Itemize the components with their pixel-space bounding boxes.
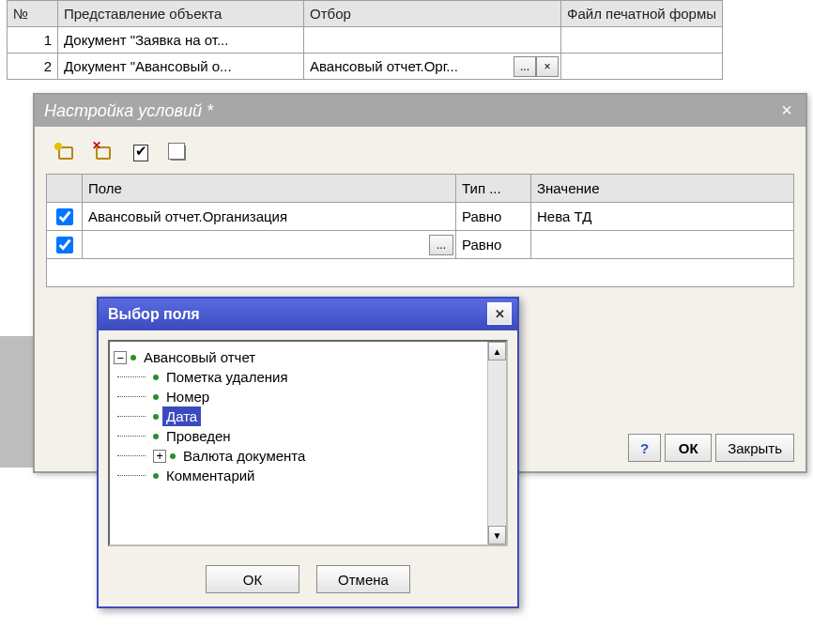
ok-button[interactable]: ОК bbox=[665, 434, 712, 462]
tree-connector bbox=[117, 436, 146, 437]
bullet-icon bbox=[153, 473, 159, 479]
table-row[interactable]: 2 Документ "Авансовый о... Авансовый отч… bbox=[8, 54, 723, 80]
cell-field-editing[interactable]: ... bbox=[83, 231, 456, 259]
cell-type[interactable]: Равно bbox=[456, 203, 531, 231]
cell-value[interactable] bbox=[531, 231, 794, 259]
dialog-titlebar[interactable]: Настройка условий * × bbox=[35, 95, 805, 127]
toggle-check-button[interactable] bbox=[127, 140, 155, 166]
tree-connector bbox=[117, 396, 146, 397]
row-checkbox[interactable] bbox=[56, 237, 73, 253]
dialog-buttons: ? ОК Закрыть bbox=[628, 434, 794, 462]
field-browse-button[interactable]: ... bbox=[429, 235, 453, 255]
cell-file bbox=[561, 54, 723, 80]
tree-connector bbox=[117, 416, 146, 417]
node-label: Авансовый отчет bbox=[140, 347, 259, 367]
dialog-title: Настройка условий * bbox=[44, 101, 213, 121]
delete-row-button[interactable] bbox=[89, 140, 117, 166]
bullet-icon bbox=[170, 453, 176, 459]
tree-container: − Авансовый отчет Пометка удаленияНомерД… bbox=[108, 340, 508, 546]
ok-button[interactable]: ОК bbox=[206, 565, 299, 593]
bullet-icon bbox=[153, 375, 159, 380]
cell-value[interactable]: Нева ТД bbox=[531, 203, 794, 231]
node-label: Номер bbox=[162, 387, 213, 406]
cell-field[interactable]: Авансовый отчет.Организация bbox=[83, 203, 456, 231]
col-num[interactable]: № bbox=[8, 1, 58, 27]
condition-row[interactable]: Авансовый отчет.Организация Равно Нева Т… bbox=[47, 203, 794, 231]
check-icon bbox=[133, 145, 148, 161]
bullet-icon bbox=[153, 394, 159, 400]
tree-connector bbox=[117, 455, 146, 456]
collapse-icon[interactable]: − bbox=[114, 351, 127, 364]
close-icon[interactable]: × bbox=[775, 99, 798, 121]
col-repr[interactable]: Представление объекта bbox=[58, 1, 304, 27]
filter-browse-button[interactable]: ... bbox=[514, 56, 536, 77]
add-icon bbox=[58, 146, 73, 160]
field-tree[interactable]: − Авансовый отчет Пометка удаленияНомерД… bbox=[110, 342, 506, 491]
tree-node[interactable]: Номер bbox=[114, 387, 502, 406]
tree-node[interactable]: Комментарий bbox=[114, 466, 502, 485]
add-row-button[interactable] bbox=[52, 140, 80, 166]
col-value[interactable]: Значение bbox=[531, 175, 794, 203]
top-grid: № Представление объекта Отбор Файл печат… bbox=[7, 0, 723, 80]
col-field[interactable]: Поле bbox=[83, 175, 456, 203]
copy-icon bbox=[171, 146, 186, 161]
bullet-icon bbox=[153, 434, 159, 439]
tree-node[interactable]: Пометка удаления bbox=[114, 367, 502, 387]
cell-repr: Документ "Авансовый о... bbox=[58, 54, 304, 80]
node-label: Комментарий bbox=[162, 466, 258, 485]
col-file[interactable]: Файл печатной формы bbox=[561, 1, 723, 27]
tree-node-root[interactable]: − Авансовый отчет bbox=[114, 347, 502, 367]
row-checkbox[interactable] bbox=[56, 208, 73, 225]
help-button[interactable]: ? bbox=[628, 434, 661, 462]
bullet-icon bbox=[153, 414, 159, 420]
copy-button[interactable] bbox=[164, 140, 192, 166]
tree-connector bbox=[117, 475, 146, 476]
cell-repr: Документ "Заявка на от... bbox=[58, 27, 304, 54]
cell-filter[interactable]: Авансовый отчет.Орг... ... × bbox=[304, 54, 561, 80]
toolbar bbox=[35, 127, 805, 174]
scroll-up-icon[interactable]: ▲ bbox=[488, 342, 506, 360]
grid-blank bbox=[47, 259, 794, 287]
cell-num: 2 bbox=[8, 54, 58, 80]
node-label: Пометка удаления bbox=[162, 367, 292, 387]
field-picker-dialog: Выбор поля ✕ − Авансовый отчет Пометка у… bbox=[97, 297, 519, 608]
cell-filter bbox=[304, 27, 561, 54]
table-row[interactable]: 1 Документ "Заявка на от... bbox=[8, 27, 723, 54]
scrollbar[interactable]: ▲ ▼ bbox=[487, 342, 506, 544]
cell-num: 1 bbox=[8, 27, 58, 54]
expand-icon[interactable]: + bbox=[153, 450, 166, 463]
bullet-icon bbox=[130, 355, 136, 360]
tree-node[interactable]: Проведен bbox=[114, 426, 502, 446]
cell-file bbox=[561, 27, 723, 54]
node-label: Валюта документа bbox=[179, 446, 309, 466]
col-filter[interactable]: Отбор bbox=[304, 1, 561, 27]
cell-type[interactable]: Равно bbox=[456, 231, 531, 259]
conditions-grid: Поле Тип ... Значение Авансовый отчет.Ор… bbox=[46, 174, 794, 287]
dialog-titlebar[interactable]: Выбор поля ✕ bbox=[99, 299, 517, 330]
tree-node[interactable]: Дата bbox=[114, 406, 502, 426]
decoration bbox=[0, 336, 33, 468]
tree-node[interactable]: +Валюта документа bbox=[114, 446, 502, 466]
cancel-button[interactable]: Отмена bbox=[316, 565, 410, 593]
tree-connector bbox=[117, 376, 146, 377]
dialog-title: Выбор поля bbox=[108, 306, 200, 323]
filter-text: Авансовый отчет.Орг... bbox=[310, 58, 458, 74]
col-type[interactable]: Тип ... bbox=[456, 175, 531, 203]
node-label: Проведен bbox=[162, 426, 235, 446]
close-button[interactable]: Закрыть bbox=[715, 434, 794, 462]
delete-icon bbox=[96, 146, 111, 160]
scroll-down-icon[interactable]: ▼ bbox=[488, 526, 506, 544]
close-icon[interactable]: ✕ bbox=[487, 302, 512, 325]
col-check bbox=[47, 175, 83, 203]
filter-clear-button[interactable]: × bbox=[536, 56, 559, 77]
dialog-buttons: ОК Отмена bbox=[99, 556, 517, 606]
condition-row[interactable]: ... Равно bbox=[47, 231, 794, 259]
node-label: Дата bbox=[162, 406, 201, 426]
